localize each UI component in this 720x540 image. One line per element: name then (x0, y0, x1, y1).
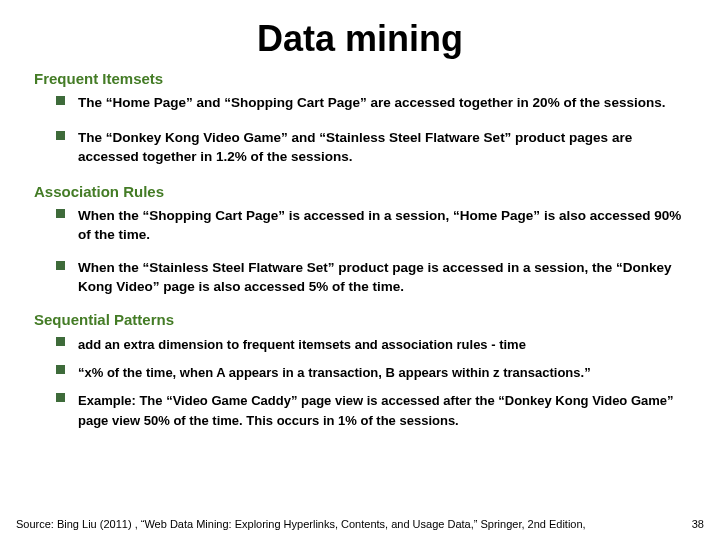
list-item: The “Home Page” and “Shopping Cart Page”… (56, 93, 682, 112)
list-item: add an extra dimension to frequent items… (56, 334, 682, 354)
section-heading: Sequential Patterns (34, 311, 682, 328)
list-item: The “Donkey Kong Video Game” and “Stainl… (56, 128, 682, 166)
list-item: “x% of the time, when A appears in a tra… (56, 362, 682, 382)
item-text: When the “Shopping Cart Page” is accesse… (78, 208, 681, 242)
section-association-rules: Association Rules When the “Shopping Car… (38, 183, 682, 297)
section-frequent-itemsets: Frequent Itemsets The “Home Page” and “S… (38, 70, 682, 167)
item-text: The “Donkey Kong Video Game” and “Stainl… (78, 130, 632, 164)
item-text: “x% of the time, when A appears in a tra… (78, 365, 591, 380)
page-number: 38 (692, 518, 704, 530)
footer: Source: Bing Liu (2011) , “Web Data Mini… (16, 518, 704, 530)
list-item: Example: The “Video Game Caddy” page vie… (56, 390, 682, 430)
list-item: When the “Stainless Steel Flatware Set” … (56, 258, 682, 296)
list-item: When the “Shopping Cart Page” is accesse… (56, 206, 682, 244)
item-text: add an extra dimension to frequent items… (78, 337, 526, 352)
item-text: When the “Stainless Steel Flatware Set” … (78, 260, 671, 294)
footer-source: Source: Bing Liu (2011) , “Web Data Mini… (16, 518, 586, 530)
item-text: The “Home Page” and “Shopping Cart Page”… (78, 95, 665, 110)
item-text: Example: The “Video Game Caddy” page vie… (78, 393, 674, 428)
bullet-list: The “Home Page” and “Shopping Cart Page”… (56, 93, 682, 167)
bullet-list: add an extra dimension to frequent items… (56, 334, 682, 430)
slide: Data mining Frequent Itemsets The “Home … (0, 0, 720, 540)
section-sequential-patterns: Sequential Patterns add an extra dimensi… (38, 311, 682, 430)
slide-title: Data mining (38, 18, 682, 60)
bullet-list: When the “Shopping Cart Page” is accesse… (56, 206, 682, 297)
section-heading: Frequent Itemsets (34, 70, 682, 87)
section-heading: Association Rules (34, 183, 682, 200)
